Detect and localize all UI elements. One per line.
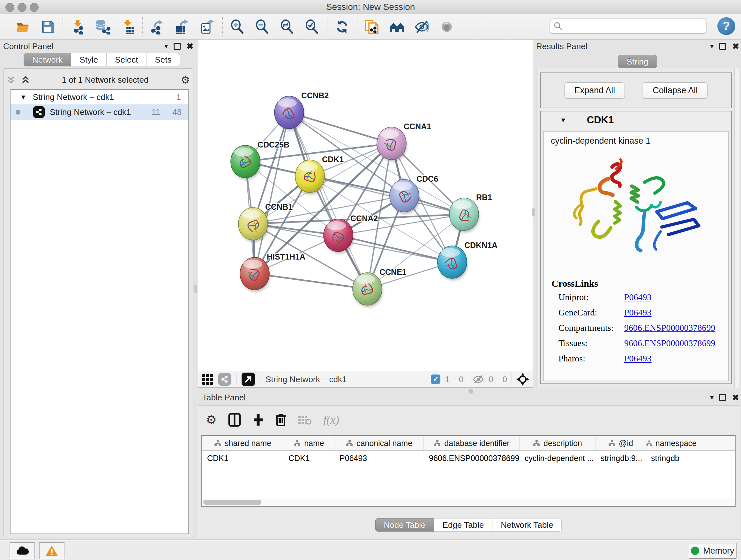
left-splitter-handle[interactable] — [194, 285, 197, 293]
table-horizontal-scrollbar[interactable] — [202, 499, 735, 505]
tab-edge-table[interactable]: Edge Table — [434, 518, 493, 532]
crosshair-icon[interactable] — [516, 373, 529, 386]
open-in-new-window-button[interactable] — [242, 373, 255, 386]
node-HIST1H1A[interactable] — [240, 257, 270, 292]
column-header-description[interactable]: description — [520, 436, 596, 450]
import-table-file-button[interactable] — [120, 19, 135, 35]
open-session-button[interactable] — [15, 19, 30, 35]
cell-namespace[interactable]: stringdb — [646, 451, 697, 465]
node-CDK1[interactable] — [295, 160, 326, 195]
crosslink-link[interactable]: P06493 — [624, 307, 652, 318]
panel-float-icon[interactable] — [174, 43, 181, 50]
panel-close-icon[interactable]: ✖ — [732, 42, 739, 51]
selected-checkbox[interactable]: ✓ — [431, 374, 441, 384]
show-graphics-details-button[interactable] — [439, 19, 455, 35]
cell-shared-name[interactable]: CDK1 — [202, 451, 283, 465]
tab-select[interactable]: Select — [106, 53, 146, 66]
save-session-button[interactable] — [40, 19, 56, 35]
cloud-status-button[interactable] — [10, 542, 35, 559]
column-header-namespace[interactable]: namespace — [646, 436, 697, 450]
tab-network-table[interactable]: Network Table — [492, 518, 562, 532]
column-header-canonical-name[interactable]: canonical name — [334, 436, 424, 450]
entry-collapse-icon[interactable]: ▼ — [560, 117, 566, 124]
column-header--id[interactable]: @id — [596, 436, 646, 450]
cell-database-identifier[interactable]: 9606.ENSP00000378699 — [424, 451, 520, 465]
tab-sets[interactable]: Sets — [146, 53, 180, 66]
crosslink-link[interactable]: P06493 — [624, 354, 652, 364]
apply-layout-button[interactable] — [334, 19, 350, 35]
node-CDKN1A[interactable] — [437, 246, 468, 281]
first-neighbors-button[interactable] — [389, 19, 405, 35]
node-CCNB2[interactable] — [274, 96, 305, 131]
expand-all-networks-icon[interactable] — [21, 75, 30, 84]
network-graph[interactable]: CCNB2CCNA1CDC25BCDK1CDC6RB1CCNB1CCNA2CDK… — [198, 40, 533, 371]
node-CCNA1[interactable] — [377, 127, 407, 162]
table-options-gear-icon[interactable]: ⚙ — [206, 413, 217, 427]
crosslink-link[interactable]: 9606.ENSP00000378699 — [624, 338, 715, 348]
tab-node-table[interactable]: Node Table — [375, 518, 434, 532]
export-network-button[interactable] — [150, 19, 165, 35]
panel-menu-icon[interactable]: ▾ — [710, 42, 714, 51]
search-input[interactable] — [565, 21, 703, 32]
network-row-selected[interactable]: String Network – cdk1 11 48 — [10, 105, 188, 120]
export-table-button[interactable] — [175, 19, 190, 35]
node-CCNA2[interactable] — [324, 219, 354, 254]
network-share-toggle[interactable] — [218, 373, 231, 386]
import-network-database-button[interactable] — [95, 19, 111, 35]
network-view-toolbar: String Network – cdk1 ✓ 1 – 0 0 – 0 — [198, 371, 533, 388]
panel-close-icon[interactable]: ✖ — [732, 393, 739, 402]
panel-float-icon[interactable] — [719, 394, 726, 401]
zoom-in-button[interactable] — [230, 19, 245, 35]
cell-name[interactable]: CDK1 — [283, 451, 334, 465]
zoom-selected-button[interactable] — [305, 19, 320, 35]
tab-network[interactable]: Network — [23, 53, 71, 66]
add-column-icon[interactable] — [253, 413, 264, 427]
hide-selection-button[interactable] — [414, 19, 429, 35]
birds-eye-grid-icon[interactable] — [202, 374, 213, 385]
table-row[interactable]: CDK1CDK1P064939606.ENSP00000378699cyclin… — [202, 451, 735, 465]
gene-entry-header[interactable]: ▼ CDK1 — [541, 111, 731, 129]
node-CCNE1[interactable] — [353, 273, 383, 307]
network-canvas[interactable]: CCNB2CCNA1CDC25BCDK1CDC6RB1CCNB1CCNA2CDK… — [198, 40, 533, 371]
help-button[interactable]: ? — [718, 17, 735, 35]
cell-description[interactable]: cyclin-dependent ... — [520, 451, 596, 465]
crosslink-link[interactable]: 9606.ENSP00000378699 — [624, 323, 715, 333]
panel-menu-icon[interactable]: ▾ — [710, 393, 714, 401]
tab-string[interactable]: String — [618, 55, 657, 68]
tab-style[interactable]: Style — [71, 53, 107, 66]
column-header-name[interactable]: name — [283, 436, 334, 450]
edge-HIST1H1A-CCNE1[interactable] — [255, 273, 367, 289]
scrollbar-thumb[interactable] — [203, 500, 261, 505]
panel-float-icon[interactable] — [719, 43, 726, 50]
edge-CCNB2-CCNE1[interactable] — [289, 112, 367, 289]
delete-column-icon[interactable] — [275, 413, 286, 427]
expand-all-button[interactable]: Expand All — [564, 82, 625, 99]
collapse-all-button[interactable]: Collapse All — [643, 82, 708, 99]
memory-button[interactable]: Memory — [689, 543, 737, 559]
edge-CCNB2-HIST1H1A[interactable] — [255, 112, 289, 273]
network-collection-row[interactable]: ▼ String Network – cdk1 1 — [10, 90, 188, 105]
copy-network-button[interactable] — [364, 19, 380, 35]
right-splitter-handle[interactable] — [532, 208, 535, 216]
node-CDC6[interactable] — [390, 179, 420, 214]
zoom-out-button[interactable] — [255, 19, 270, 35]
node-CDC25B[interactable] — [231, 145, 261, 180]
cell-canonical-name[interactable]: P06493 — [334, 451, 424, 465]
show-columns-icon[interactable] — [228, 413, 241, 427]
column-header-database-identifier[interactable]: database identifier — [424, 436, 520, 450]
panel-menu-icon[interactable]: ▾ — [164, 42, 168, 51]
warnings-button[interactable] — [39, 542, 64, 559]
zoom-fit-button[interactable] — [280, 19, 295, 35]
cell--id[interactable]: stringdb:9... — [596, 451, 646, 465]
results-scrollbar[interactable] — [734, 68, 739, 388]
panel-close-icon[interactable]: ✖ — [186, 42, 193, 51]
import-network-file-button[interactable] — [70, 19, 85, 35]
crosslink-link[interactable]: P06493 — [624, 292, 652, 302]
node-RB1[interactable] — [449, 198, 480, 233]
network-options-gear-icon[interactable]: ⚙ — [181, 74, 190, 86]
collection-expand-icon[interactable]: ▼ — [20, 94, 26, 101]
column-header-shared-name[interactable]: shared name — [202, 436, 283, 450]
collapse-all-networks-icon[interactable] — [7, 75, 15, 84]
export-image-button[interactable] — [200, 19, 215, 35]
node-CCNB1[interactable] — [239, 207, 269, 242]
